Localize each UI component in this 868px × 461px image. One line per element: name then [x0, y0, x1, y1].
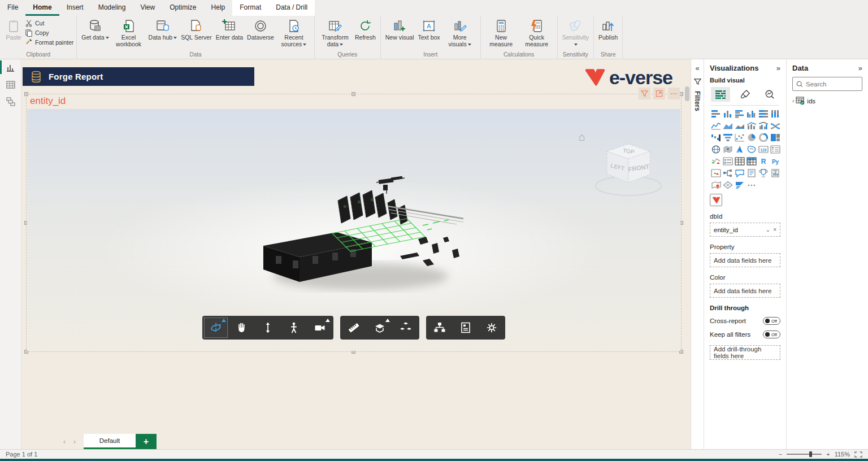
- arcgis-map-icon[interactable]: [710, 179, 722, 191]
- forge-3d-viewer-canvas[interactable]: TOP LEFT FRONT ⌂: [27, 109, 680, 351]
- model-browser-button[interactable]: [427, 316, 453, 339]
- keep-all-filters-toggle[interactable]: Off: [763, 330, 780, 338]
- focus-mode-button[interactable]: [653, 88, 665, 99]
- new-page-button[interactable]: +: [136, 434, 157, 449]
- tab-help[interactable]: Help: [204, 0, 233, 16]
- explode-button[interactable]: [393, 316, 419, 339]
- collapse-visualizations-button[interactable]: »: [776, 64, 780, 72]
- text-box-button[interactable]: A Text box: [416, 17, 442, 41]
- matrix-icon[interactable]: [745, 155, 757, 167]
- power-automate-visual-icon[interactable]: [734, 179, 745, 191]
- qa-visual-icon[interactable]: [734, 167, 745, 179]
- zoom-slider-handle[interactable]: [809, 451, 812, 457]
- visual-filter-button[interactable]: [639, 88, 650, 99]
- new-measure-button[interactable]: New measure: [484, 17, 519, 47]
- r-script-visual-icon[interactable]: R: [757, 155, 769, 167]
- view-cube[interactable]: TOP LEFT FRONT: [590, 137, 669, 205]
- search-input[interactable]: [806, 81, 857, 88]
- dbid-field-well[interactable]: entity_id ⌄ ×: [710, 223, 780, 237]
- transform-data-button[interactable]: Transform data: [318, 17, 353, 47]
- get-data-button[interactable]: Get data: [80, 17, 110, 41]
- more-visual-options-icon[interactable]: [745, 179, 757, 191]
- metrics-icon[interactable]: [757, 167, 769, 179]
- first-person-button[interactable]: [281, 316, 307, 339]
- power-apps-visual-icon[interactable]: [722, 179, 734, 191]
- map-icon[interactable]: [710, 143, 722, 155]
- tab-file[interactable]: File: [0, 0, 25, 16]
- zoom-button[interactable]: [255, 316, 281, 339]
- waterfall-chart-icon[interactable]: [710, 132, 722, 143]
- excel-workbook-button[interactable]: Excel workbook: [111, 17, 146, 47]
- key-influencers-icon[interactable]: [710, 167, 722, 179]
- sql-server-button[interactable]: SQL Server: [179, 17, 213, 41]
- python-visual-icon[interactable]: Py: [769, 155, 781, 167]
- cut-button[interactable]: Cut: [25, 19, 73, 27]
- field-dropdown-button[interactable]: ⌄: [766, 227, 770, 233]
- resize-handle-top-right[interactable]: [679, 92, 683, 96]
- settings-button[interactable]: [479, 316, 505, 339]
- line-and-clustered-column-chart-icon[interactable]: [757, 120, 769, 132]
- slicer-icon[interactable]: [722, 155, 734, 167]
- table-view-button[interactable]: [0, 76, 21, 93]
- resize-handle-top[interactable]: [351, 92, 355, 96]
- paste-button[interactable]: Paste: [3, 17, 24, 41]
- stacked-column-chart-icon[interactable]: [722, 108, 734, 120]
- dataverse-button[interactable]: Dataverse: [245, 17, 276, 41]
- tab-home[interactable]: Home: [25, 0, 59, 16]
- expand-table-chevron[interactable]: ›: [792, 98, 794, 104]
- report-view-button[interactable]: [0, 59, 21, 76]
- model-view-button[interactable]: [0, 93, 21, 110]
- tab-data-drill[interactable]: Data / Drill: [268, 0, 315, 16]
- property-field-well[interactable]: Add data fields here: [710, 253, 780, 267]
- table-row-ids[interactable]: › ids: [792, 97, 862, 105]
- fit-to-page-icon[interactable]: [854, 451, 862, 458]
- enter-data-button[interactable]: Enter data: [214, 17, 245, 41]
- format-visual-tab[interactable]: [736, 87, 755, 102]
- table-icon[interactable]: [734, 155, 745, 167]
- data-search-box[interactable]: [792, 77, 862, 91]
- shape-map-icon[interactable]: [745, 143, 757, 155]
- paginated-report-icon[interactable]: [769, 167, 781, 179]
- previous-page-button[interactable]: ‹: [63, 438, 66, 446]
- quick-measure-button[interactable]: Quick measure: [519, 17, 554, 47]
- tab-insert[interactable]: Insert: [59, 0, 91, 16]
- recent-sources-button[interactable]: Recent sources: [276, 17, 311, 47]
- stacked-area-chart-icon[interactable]: [734, 120, 745, 132]
- resize-handle-top-left[interactable]: [24, 92, 28, 96]
- data-hub-button[interactable]: Data hub: [147, 17, 179, 41]
- everse-forge-visual-icon[interactable]: [710, 194, 722, 206]
- line-chart-icon[interactable]: [710, 120, 722, 132]
- section-button[interactable]: [367, 316, 393, 339]
- line-and-stacked-column-chart-icon[interactable]: [745, 120, 757, 132]
- tab-format[interactable]: Format: [232, 0, 268, 16]
- drill-through-field-well[interactable]: Add drill-through fields here: [710, 345, 780, 360]
- page-tab-default[interactable]: Default: [84, 434, 136, 449]
- analytics-tab[interactable]: [760, 87, 779, 102]
- clustered-column-chart-icon[interactable]: [745, 108, 757, 120]
- publish-button[interactable]: Publish: [597, 17, 619, 41]
- viewer-home-button[interactable]: ⌂: [579, 131, 585, 143]
- forge-viewer-visual[interactable]: entity_id ···: [26, 94, 682, 352]
- smart-narrative-icon[interactable]: [745, 167, 757, 179]
- sensitivity-button[interactable]: Sensitivity: [561, 17, 591, 47]
- donut-chart-icon[interactable]: [757, 132, 769, 143]
- properties-button[interactable]: [453, 316, 479, 339]
- decomposition-tree-icon[interactable]: [722, 167, 734, 179]
- camera-button[interactable]: [307, 316, 333, 339]
- card-icon[interactable]: 123: [757, 143, 769, 155]
- cross-report-toggle[interactable]: Off: [763, 317, 780, 325]
- 100-stacked-column-chart-icon[interactable]: [769, 108, 781, 120]
- filled-map-icon[interactable]: [722, 143, 734, 155]
- clustered-bar-chart-icon[interactable]: [734, 108, 745, 120]
- multi-row-card-icon[interactable]: [769, 143, 781, 155]
- pan-button[interactable]: [229, 316, 255, 339]
- zoom-slider[interactable]: [787, 454, 822, 455]
- remove-field-button[interactable]: ×: [773, 227, 776, 233]
- visual-more-options-button[interactable]: ···: [668, 88, 680, 99]
- canvas-scrollbar[interactable]: [685, 86, 689, 403]
- new-visual-button[interactable]: New visual: [384, 17, 416, 41]
- build-visual-tab[interactable]: [711, 87, 730, 102]
- 100-stacked-bar-chart-icon[interactable]: [757, 108, 769, 120]
- color-field-well[interactable]: Add data fields here: [710, 284, 780, 298]
- azure-map-icon[interactable]: [734, 143, 745, 155]
